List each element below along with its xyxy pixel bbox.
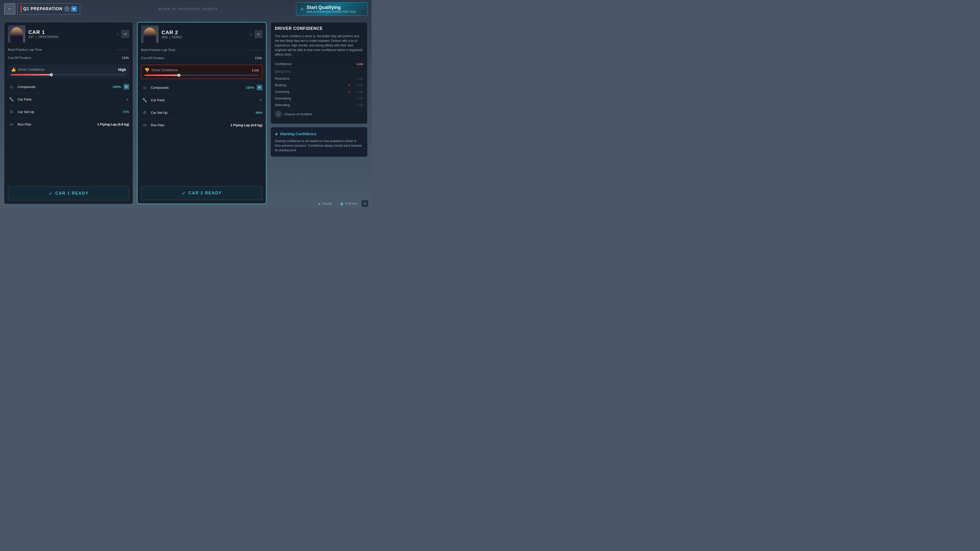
starting-confidence-card: ◈ Starting Confidence Starting confidenc…	[270, 127, 368, 157]
car2-best-lap-value: ···:···:···	[249, 48, 262, 52]
car2-confidence-bar	[145, 75, 259, 76]
start-qualifying-button[interactable]: » Start Qualifying EMILIA ROMAGNA GRAND …	[296, 2, 368, 16]
car2-runplan-row[interactable]: 🏎 Run Plan 1 Flying Lap (4.9 kg)	[141, 119, 262, 131]
car1-star-icon[interactable]: ☆	[116, 32, 119, 37]
effect-defending-label: Defending	[275, 103, 343, 107]
car2-carparts-icon: 🔧	[141, 97, 148, 103]
effect-cornering-max: / 100	[350, 90, 363, 94]
car2-confidence-header: 👎 Driver Confidence Low	[145, 68, 259, 73]
weather-icon: ☁	[318, 202, 321, 205]
car1-confidence-value: High	[118, 68, 126, 72]
sq-arrows-icon: »	[301, 6, 304, 12]
start-qualifying-title: Start Qualifying	[307, 5, 356, 10]
car2-compounds-label: Compounds	[151, 86, 243, 89]
car1-carparts-check: ✓	[126, 97, 129, 102]
help-button[interactable]: ?	[64, 6, 70, 12]
car2-confidence-indicator	[177, 74, 180, 77]
incident-row: ⚠ Chance of Incident	[275, 108, 363, 120]
car1-carparts-icon: 🔧	[8, 96, 15, 103]
car2-carsetup-value: 66%	[256, 111, 262, 114]
effect-row-cornering: Cornering -1 / 100	[275, 89, 363, 95]
car1-runplan-icon: 🏎	[8, 121, 15, 128]
red-bar	[21, 5, 22, 13]
confidence-value-row: Confidence Low	[275, 60, 363, 68]
car1-ready-check-icon: ✓	[48, 190, 53, 197]
effect-braking-label: Braking	[275, 83, 343, 87]
car2-swap-button[interactable]: ⇄	[255, 30, 262, 38]
car2-card: CAR 2 3RD | PÉREZ ☆ ⇄ Best Practice Lap …	[137, 22, 266, 204]
car2-carparts-row[interactable]: 🔧 Car Parts ✓	[141, 94, 262, 106]
effect-braking-penalty: -1	[343, 83, 350, 87]
car2-cutoff-row: Cut-Off Position 15th	[141, 54, 262, 62]
car2-header: CAR 2 3RD | PÉREZ ☆ ⇄	[138, 22, 266, 46]
car1-driver-name: VERSTAPPEN	[38, 35, 59, 39]
car2-confidence-label: Driver Confidence	[151, 68, 178, 72]
effect-row-reactions: Reactions / 100	[275, 75, 363, 82]
car2-number: CAR 2	[162, 30, 246, 35]
driver-confidence-desc: The more confident a driver is, the bett…	[275, 34, 363, 57]
car2-stats: Best Practice Lap Time ···:···:··· Cut-O…	[138, 46, 266, 62]
back-button[interactable]: ←	[4, 3, 15, 14]
car1-stats: Best Practice Lap Time ···:···:··· Cut-O…	[4, 46, 133, 62]
driver-confidence-card: DRIVER CONFIDENCE The more confident a d…	[270, 22, 368, 124]
car1-cutoff-value: 15th	[122, 56, 129, 60]
car2-compounds-value: 100%	[246, 86, 254, 89]
car1-confidence-header: 👍 Driver Confidence High	[11, 67, 126, 72]
car1-items: ◎ Compounds 100% H 🔧 Car Parts ✓ ⚙ Car S…	[4, 81, 133, 183]
effect-braking-max: / 100	[350, 83, 363, 87]
confidence-row-label: Confidence	[275, 62, 292, 66]
effect-overtaking-max: / 100	[350, 97, 363, 100]
weather-info: ☁ Cloudy	[318, 202, 331, 205]
car1-compounds-h-badge: H	[124, 84, 129, 89]
car1-confidence-label-row: 👍 Driver Confidence	[11, 67, 45, 72]
car2-carsetup-icon: ⚙	[141, 109, 148, 116]
effect-defending-max: / 100	[350, 103, 363, 107]
car2-compounds-row[interactable]: ◎ Compounds 100% H	[141, 81, 262, 94]
effect-overtaking-label: Overtaking	[275, 97, 343, 100]
car1-best-lap-label: Best Practice Lap Time	[8, 48, 42, 52]
status-bar: ☁ Cloudy 💧 0.00 mm ⚙	[314, 199, 372, 208]
car2-confidence-icon: 👎	[145, 68, 150, 73]
car2-ready-button[interactable]: ✓ CAR 2 READY	[141, 186, 262, 200]
status-separator	[336, 202, 336, 206]
car2-confidence-label-row: 👎 Driver Confidence	[145, 68, 178, 73]
car2-confidence-value: Low	[252, 68, 259, 72]
right-panel: DRIVER CONFIDENCE The more confident a d…	[270, 22, 368, 204]
car1-swap-button[interactable]: ⇄	[121, 30, 129, 38]
car2-ready-check-icon: ✓	[182, 190, 186, 196]
car1-cutoff-row: Cut-Off Position 15th	[8, 54, 129, 62]
car2-star-icon[interactable]: ☆	[249, 32, 253, 37]
top-left: ← Q1 PREPARATION ? H	[4, 3, 80, 14]
driver-confidence-title: DRIVER CONFIDENCE	[275, 26, 363, 31]
car1-header-icons: ☆ ⇄	[116, 30, 129, 38]
car1-runplan-value: 1 Flying Lap (4.9 kg)	[97, 122, 129, 126]
h-badge: H	[71, 6, 77, 12]
car1-compounds-label: Compounds	[18, 85, 110, 89]
car1-cutoff-label: Cut-Off Position	[8, 56, 32, 60]
car2-items: ◎ Compounds 100% H 🔧 Car Parts ✓ ⚙ Car S…	[138, 81, 266, 183]
car2-best-lap-row: Best Practice Lap Time ···:···:···	[141, 46, 262, 54]
car1-confidence-icon: 👍	[11, 67, 16, 72]
rain-info: 💧 0.00 mm	[340, 202, 357, 205]
car2-carsetup-row[interactable]: ⚙ Car Set-Up 66%	[141, 106, 262, 119]
car1-ready-button[interactable]: ✓ CAR 1 READY	[8, 186, 129, 200]
grand-prix-label: EMILIA ROMAGNA GRAND PRIX 2023	[307, 10, 356, 13]
car1-header: CAR 1 1ST | VERSTAPPEN ☆ ⇄	[4, 22, 133, 46]
car2-compounds-icon: ◎	[141, 84, 148, 91]
car1-carsetup-icon: ⚙	[8, 108, 15, 115]
car2-header-icons: ☆ ⇄	[249, 30, 262, 38]
car2-confidence-fill	[145, 75, 179, 76]
car1-carsetup-label: Car Set-Up	[18, 110, 120, 114]
car1-runplan-row[interactable]: 🏎 Run Plan 1 Flying Lap (4.9 kg)	[8, 118, 129, 130]
car1-compounds-row[interactable]: ◎ Compounds 100% H	[8, 81, 129, 93]
effect-row-defending: Defending / 100	[275, 102, 363, 108]
car2-cutoff-value: 15th	[255, 56, 262, 60]
car1-carparts-label: Car Parts	[18, 97, 123, 101]
car2-runplan-value: 1 Flying Lap (4.9 kg)	[231, 123, 262, 127]
effect-reactions-label: Reactions	[275, 76, 343, 80]
effects-title: EFFECTS	[275, 70, 363, 74]
car1-carsetup-row[interactable]: ⚙ Car Set-Up 71%	[8, 106, 129, 118]
car2-driver-name: PÉREZ	[172, 35, 182, 39]
settings-button[interactable]: ⚙	[361, 200, 369, 207]
car1-carparts-row[interactable]: 🔧 Car Parts ✓	[8, 93, 129, 106]
